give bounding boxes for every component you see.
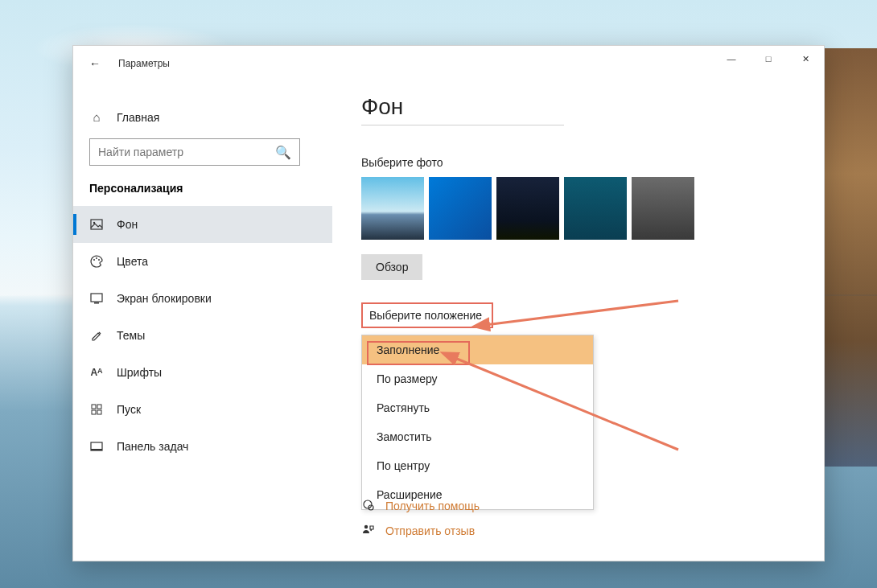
svg-rect-9: [92, 410, 96, 414]
feedback-icon: [361, 523, 374, 538]
sidebar-item-label: Фон: [117, 218, 138, 231]
position-option-fit[interactable]: По размеру: [362, 364, 593, 393]
back-arrow-icon[interactable]: ←: [89, 57, 101, 70]
svg-point-15: [364, 525, 368, 528]
choose-photo-label: Выберите фото: [361, 156, 795, 169]
svg-rect-7: [92, 405, 96, 409]
taskbar-icon: [89, 440, 104, 453]
sidebar-item-home[interactable]: ⌂ Главная: [73, 102, 332, 132]
svg-rect-10: [97, 410, 101, 414]
sidebar-item-label: Пуск: [117, 403, 141, 416]
sidebar-item-start[interactable]: Пуск: [73, 391, 332, 428]
photo-thumb-2[interactable]: [429, 177, 492, 240]
sidebar-nav: Фон Цвета Экран блокировки: [73, 206, 332, 465]
search-input-field[interactable]: [98, 146, 275, 158]
photo-thumb-1[interactable]: [361, 177, 424, 240]
svg-rect-12: [91, 449, 102, 450]
lockscreen-icon: [89, 292, 104, 305]
sidebar-item-background[interactable]: Фон: [73, 206, 332, 243]
home-label: Главная: [117, 111, 159, 124]
sidebar-item-label: Экран блокировки: [117, 292, 212, 305]
search-icon: 🔍: [275, 145, 291, 160]
feedback-link[interactable]: Отправить отзыв: [361, 523, 480, 538]
sidebar-item-lockscreen[interactable]: Экран блокировки: [73, 280, 332, 317]
browse-button[interactable]: Обзор: [361, 254, 422, 280]
search-input[interactable]: 🔍: [89, 138, 300, 166]
sidebar: ← Параметры ⌂ Главная 🔍 Персонализация: [73, 72, 332, 561]
choose-position-label: Выберите положение: [361, 302, 493, 328]
position-option-fill[interactable]: Заполнение: [362, 335, 593, 364]
themes-icon: [89, 329, 104, 342]
minimize-button[interactable]: —: [713, 46, 750, 72]
palette-icon: [89, 255, 104, 268]
position-option-tile[interactable]: Замостить: [362, 422, 593, 451]
settings-window: — □ ✕ ← Параметры ⌂ Главная 🔍: [72, 45, 825, 561]
close-button[interactable]: ✕: [787, 46, 824, 72]
feedback-link-label: Отправить отзыв: [385, 524, 475, 537]
help-section: Получить помощь Отправить отзыв: [361, 498, 480, 538]
photo-thumb-4[interactable]: [564, 177, 627, 240]
sidebar-item-fonts[interactable]: AA Шрифты: [73, 354, 332, 391]
sidebar-item-taskbar[interactable]: Панель задач: [73, 428, 332, 465]
maximize-button[interactable]: □: [750, 46, 787, 72]
photo-thumb-5[interactable]: [632, 177, 694, 240]
svg-point-13: [364, 500, 372, 508]
photo-thumb-3[interactable]: [496, 177, 559, 240]
title-underline: [361, 125, 564, 125]
svg-point-2: [93, 259, 95, 261]
sidebar-item-label: Шрифты: [117, 366, 162, 379]
sidebar-item-label: Панель задач: [117, 440, 188, 453]
svg-rect-0: [91, 220, 102, 229]
desktop-wallpaper: — □ ✕ ← Параметры ⌂ Главная 🔍: [0, 0, 877, 588]
svg-rect-6: [94, 302, 99, 304]
cliff-decoration: [821, 48, 877, 467]
main-panel: Фон Выберите фото Обзор Выберите положен…: [332, 72, 824, 561]
start-icon: [89, 403, 104, 416]
position-option-center[interactable]: По центру: [362, 451, 593, 480]
fonts-icon: AA: [89, 367, 104, 378]
svg-point-3: [96, 257, 97, 259]
get-help-link[interactable]: Получить помощь: [361, 498, 480, 513]
sidebar-item-label: Темы: [117, 329, 145, 342]
svg-rect-8: [97, 405, 101, 409]
app-title: Параметры: [118, 58, 170, 69]
sidebar-item-label: Цвета: [117, 255, 148, 268]
position-option-stretch[interactable]: Растянуть: [362, 393, 593, 422]
sidebar-category-title: Персонализация: [73, 166, 332, 206]
sidebar-item-themes[interactable]: Темы: [73, 317, 332, 354]
svg-point-4: [98, 259, 100, 261]
sidebar-item-colors[interactable]: Цвета: [73, 243, 332, 280]
svg-rect-5: [91, 294, 102, 302]
photo-thumbnails: [361, 177, 795, 240]
page-title: Фон: [361, 94, 795, 120]
help-link-label: Получить помощь: [385, 500, 480, 512]
home-icon: ⌂: [89, 110, 104, 124]
help-icon: [361, 498, 374, 513]
position-dropdown[interactable]: Заполнение По размеру Растянуть Замостит…: [361, 335, 594, 510]
picture-icon: [89, 218, 104, 231]
